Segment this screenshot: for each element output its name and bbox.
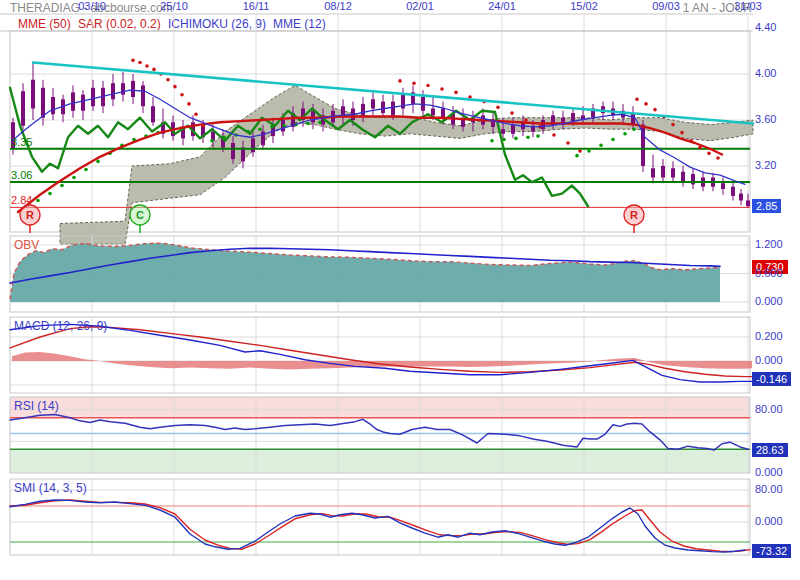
stock-chart-page: THERADIAG - abcbourse.com 1 AN - JOUR MM… xyxy=(0,0,800,580)
svg-text:C: C xyxy=(136,209,144,221)
svg-text:R: R xyxy=(26,209,34,221)
svg-text:R: R xyxy=(630,209,638,221)
chart-canvas[interactable]: RCR xyxy=(0,0,800,580)
